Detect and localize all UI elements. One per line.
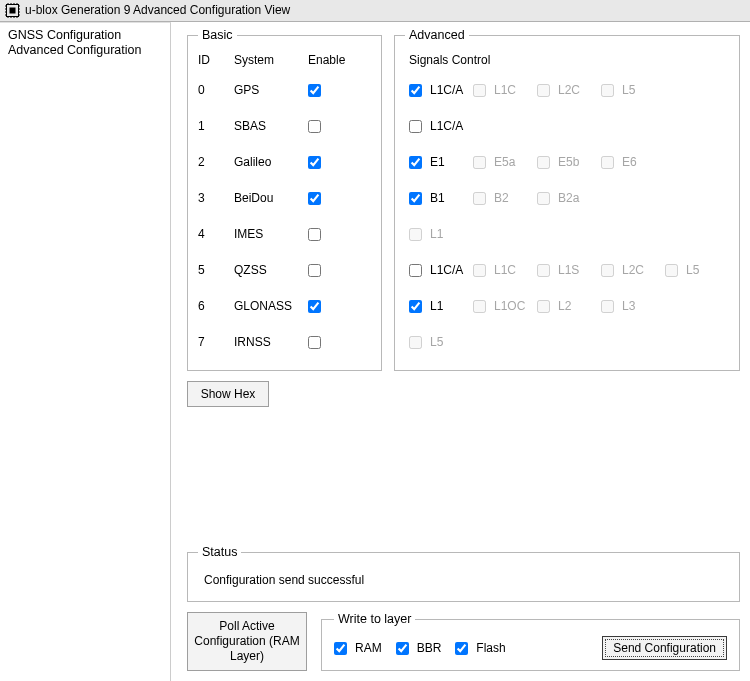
sidebar-item-gnss-configuration[interactable]: GNSS Configuration xyxy=(8,28,162,43)
signal-row-1: L1C/A xyxy=(405,108,729,144)
signal-label: L1C/A xyxy=(430,263,463,277)
signal-l1: L1 xyxy=(409,227,473,241)
enable-checkbox-glonass[interactable] xyxy=(308,300,321,313)
signal-row-0: L1C/AL1CL2CL5 xyxy=(405,72,729,108)
write-to-layer-group: Write to layer RAMBBRFlash Send Configur… xyxy=(321,612,740,671)
signal-e6: E6 xyxy=(601,155,665,169)
layer-checkbox-ram[interactable] xyxy=(334,642,347,655)
signal-row-7: L5 xyxy=(405,324,729,360)
basic-id: 1 xyxy=(198,119,234,133)
layer-label: BBR xyxy=(417,641,442,655)
enable-checkbox-sbas[interactable] xyxy=(308,120,321,133)
basic-header-id: ID xyxy=(198,53,234,67)
signal-l5: L5 xyxy=(409,335,473,349)
signal-checkbox-l1c xyxy=(473,84,486,97)
signal-l2c: L2C xyxy=(537,83,601,97)
main-panel: Basic ID System Enable 0GPS1SBAS2Galileo… xyxy=(171,22,750,681)
signal-b1[interactable]: B1 xyxy=(409,191,473,205)
basic-id: 2 xyxy=(198,155,234,169)
layer-option-bbr[interactable]: BBR xyxy=(396,641,442,655)
basic-header-row: ID System Enable xyxy=(198,48,371,72)
enable-checkbox-beidou[interactable] xyxy=(308,192,321,205)
signal-label: L1OC xyxy=(494,299,525,313)
basic-id: 6 xyxy=(198,299,234,313)
signal-checkbox-b2 xyxy=(473,192,486,205)
signal-l1ca[interactable]: L1C/A xyxy=(409,263,473,277)
basic-system: Galileo xyxy=(234,155,308,169)
basic-row-imes: 4IMES xyxy=(198,216,371,252)
enable-checkbox-galileo[interactable] xyxy=(308,156,321,169)
basic-row-irnss: 7IRNSS xyxy=(198,324,371,360)
layer-checkbox-flash[interactable] xyxy=(455,642,468,655)
show-hex-button[interactable]: Show Hex xyxy=(187,381,269,407)
signal-l5: L5 xyxy=(601,83,665,97)
sidebar-item-advanced-configuration[interactable]: Advanced Configuration xyxy=(8,43,162,58)
signal-checkbox-l2c xyxy=(537,84,550,97)
basic-system: IRNSS xyxy=(234,335,308,349)
poll-active-config-button[interactable]: Poll Active Configuration (RAM Layer) xyxy=(187,612,307,671)
signal-b2: B2 xyxy=(473,191,537,205)
signal-l1[interactable]: L1 xyxy=(409,299,473,313)
signal-checkbox-l1[interactable] xyxy=(409,300,422,313)
enable-checkbox-gps[interactable] xyxy=(308,84,321,97)
signal-checkbox-l1oc xyxy=(473,300,486,313)
signal-checkbox-e6 xyxy=(601,156,614,169)
signal-checkbox-l1 xyxy=(409,228,422,241)
signal-label: L1C xyxy=(494,263,516,277)
basic-row-gps: 0GPS xyxy=(198,72,371,108)
signal-label: L1C/A xyxy=(430,83,463,97)
signal-label: L2C xyxy=(622,263,644,277)
basic-system: QZSS xyxy=(234,263,308,277)
basic-id: 3 xyxy=(198,191,234,205)
signal-checkbox-b1[interactable] xyxy=(409,192,422,205)
signal-label: E6 xyxy=(622,155,637,169)
signal-checkbox-l5 xyxy=(665,264,678,277)
signal-checkbox-l1ca[interactable] xyxy=(409,120,422,133)
basic-row-qzss: 5QZSS xyxy=(198,252,371,288)
signal-label: L5 xyxy=(622,83,635,97)
signal-checkbox-e1[interactable] xyxy=(409,156,422,169)
basic-system: GLONASS xyxy=(234,299,308,313)
basic-header-enable: Enable xyxy=(308,53,348,67)
layer-checkbox-bbr[interactable] xyxy=(396,642,409,655)
signal-checkbox-l3 xyxy=(601,300,614,313)
signal-label: B2 xyxy=(494,191,509,205)
signal-l1s: L1S xyxy=(537,263,601,277)
titlebar: u-blox Generation 9 Advanced Configurati… xyxy=(0,0,750,22)
signal-e1[interactable]: E1 xyxy=(409,155,473,169)
basic-header-system: System xyxy=(234,53,308,67)
signal-checkbox-e5a xyxy=(473,156,486,169)
signal-l1oc: L1OC xyxy=(473,299,537,313)
status-message: Configuration send successful xyxy=(198,565,729,587)
enable-checkbox-irnss[interactable] xyxy=(308,336,321,349)
basic-id: 7 xyxy=(198,335,234,349)
basic-id: 4 xyxy=(198,227,234,241)
send-configuration-button[interactable]: Send Configuration xyxy=(602,636,727,660)
signals-header: Signals Control xyxy=(405,48,729,72)
enable-checkbox-qzss[interactable] xyxy=(308,264,321,277)
basic-legend: Basic xyxy=(198,28,237,42)
enable-checkbox-imes[interactable] xyxy=(308,228,321,241)
signal-l1ca[interactable]: L1C/A xyxy=(409,119,473,133)
signal-e5a: E5a xyxy=(473,155,537,169)
svg-rect-1 xyxy=(10,7,16,13)
signal-label: B1 xyxy=(430,191,445,205)
basic-id: 5 xyxy=(198,263,234,277)
signal-row-6: L1L1OCL2L3 xyxy=(405,288,729,324)
signal-checkbox-l2 xyxy=(537,300,550,313)
signal-checkbox-l1ca[interactable] xyxy=(409,264,422,277)
signal-b2a: B2a xyxy=(537,191,601,205)
basic-system: GPS xyxy=(234,83,308,97)
layer-option-flash[interactable]: Flash xyxy=(455,641,505,655)
signal-checkbox-l1ca[interactable] xyxy=(409,84,422,97)
signal-checkbox-l2c xyxy=(601,264,614,277)
signal-label: L1C/A xyxy=(430,119,463,133)
signal-label: L5 xyxy=(430,335,443,349)
basic-row-glonass: 6GLONASS xyxy=(198,288,371,324)
signal-l5: L5 xyxy=(665,263,729,277)
signal-l1ca[interactable]: L1C/A xyxy=(409,83,473,97)
layer-option-ram[interactable]: RAM xyxy=(334,641,382,655)
signal-row-2: E1E5aE5bE6 xyxy=(405,144,729,180)
signal-l2c: L2C xyxy=(601,263,665,277)
signal-label: L5 xyxy=(686,263,699,277)
